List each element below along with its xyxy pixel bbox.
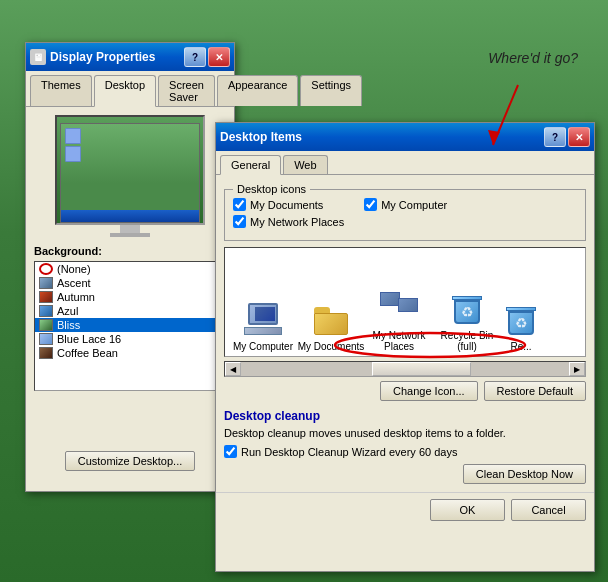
customize-btn-container: Customize Desktop... bbox=[34, 451, 226, 471]
desktop-icons-group-title: Desktop icons bbox=[233, 183, 310, 195]
checkbox-col-2: My Computer bbox=[364, 194, 447, 232]
monitor-preview bbox=[55, 115, 205, 225]
my-network-icon-img bbox=[379, 288, 419, 328]
my-computer-checkbox[interactable] bbox=[233, 215, 246, 228]
bg-item-autumn[interactable]: Autumn bbox=[35, 290, 225, 304]
bg-label-ascent: Ascent bbox=[57, 277, 91, 289]
icons-scrollbar[interactable]: ◀ ▶ bbox=[224, 361, 586, 377]
dialog-button-row: OK Cancel bbox=[216, 492, 594, 527]
bg-icon-ascent bbox=[39, 277, 53, 289]
preview-desktop-icons bbox=[65, 128, 81, 162]
preview-monitor-screen bbox=[60, 123, 200, 223]
cleanup-checkbox-row: Run Desktop Cleanup Wizard every 60 days bbox=[224, 445, 586, 458]
bg-item-bliss[interactable]: Bliss bbox=[35, 318, 225, 332]
my-computer-label: My Network Places bbox=[250, 216, 344, 228]
titlebar-buttons: ? ✕ bbox=[184, 47, 230, 67]
tab-general[interactable]: General bbox=[220, 155, 281, 175]
tab-web[interactable]: Web bbox=[283, 155, 327, 174]
tab-themes[interactable]: Themes bbox=[30, 75, 92, 106]
red-oval-annotation bbox=[330, 330, 530, 360]
customize-desktop-button[interactable]: Customize Desktop... bbox=[65, 451, 196, 471]
checkbox-my-computer: My Network Places bbox=[233, 215, 344, 228]
my-computer-icon-label: My Computer bbox=[233, 341, 293, 352]
bg-item-bluelace[interactable]: Blue Lace 16 bbox=[35, 332, 225, 346]
clean-desktop-now-button[interactable]: Clean Desktop Now bbox=[463, 464, 586, 484]
computer-monitor bbox=[248, 303, 278, 325]
tab-appearance[interactable]: Appearance bbox=[217, 75, 298, 106]
bg-label-azul: Azul bbox=[57, 305, 78, 317]
my-documents-label: My Documents bbox=[250, 199, 323, 211]
display-properties-icon: 🖥 bbox=[30, 49, 46, 65]
scrollbar-right-btn[interactable]: ▶ bbox=[569, 362, 585, 376]
desktop-cleanup-section: Desktop cleanup Desktop cleanup moves un… bbox=[224, 409, 586, 484]
desktop-items-close-button[interactable]: ✕ bbox=[568, 127, 590, 147]
close-button[interactable]: ✕ bbox=[208, 47, 230, 67]
icon-item-my-computer[interactable]: My Computer bbox=[229, 299, 297, 352]
svg-marker-1 bbox=[488, 130, 500, 145]
change-icon-button[interactable]: Change Icon... bbox=[380, 381, 478, 401]
restore-default-button[interactable]: Restore Default bbox=[484, 381, 586, 401]
icon-action-buttons: Change Icon... Restore Default bbox=[224, 381, 586, 401]
recycle-bin-icon-img: ♻ bbox=[447, 288, 487, 328]
cleanup-title: Desktop cleanup bbox=[224, 409, 586, 423]
tab-settings[interactable]: Settings bbox=[300, 75, 362, 106]
monitor-stand bbox=[120, 225, 140, 233]
bg-label-bluelace: Blue Lace 16 bbox=[57, 333, 121, 345]
tab-screensaver[interactable]: Screen Saver bbox=[158, 75, 215, 106]
scrollbar-track[interactable] bbox=[241, 362, 569, 376]
desktop-items-help-button[interactable]: ? bbox=[544, 127, 566, 147]
scrollbar-left-btn[interactable]: ◀ bbox=[225, 362, 241, 376]
bg-icon-azul bbox=[39, 305, 53, 317]
my-network-places-label: My Computer bbox=[381, 199, 447, 211]
my-network-places-checkbox[interactable] bbox=[364, 198, 377, 211]
bg-icon-bluelace bbox=[39, 333, 53, 345]
bg-label-bliss: Bliss bbox=[57, 319, 80, 331]
display-properties-window: 🖥 Display Properties ? ✕ Themes Desktop … bbox=[25, 42, 235, 492]
my-computer-icon bbox=[244, 303, 282, 335]
recycle-bin-icon: ♻ bbox=[448, 292, 486, 324]
preview-icon-1 bbox=[65, 128, 81, 144]
preview-taskbar bbox=[61, 210, 199, 222]
bg-label-coffeebean: Coffee Bean bbox=[57, 347, 118, 359]
display-props-tabs: Themes Desktop Screen Saver Appearance S… bbox=[26, 71, 234, 107]
bg-item-none[interactable]: (None) bbox=[35, 262, 225, 276]
network-comp2 bbox=[398, 298, 418, 312]
cleanup-wizard-checkbox[interactable] bbox=[224, 445, 237, 458]
bg-icon-autumn bbox=[39, 291, 53, 303]
annotation-text: Where'd it go? bbox=[488, 50, 578, 66]
display-props-body: Background: (None) Ascent Autumn Azul Bl… bbox=[26, 107, 234, 495]
monitor-preview-container bbox=[34, 115, 226, 237]
help-button[interactable]: ? bbox=[184, 47, 206, 67]
desktop-icons-group: Desktop icons My Documents My Network Pl… bbox=[224, 189, 586, 241]
bg-label-none: (None) bbox=[57, 263, 91, 275]
bg-item-ascent[interactable]: Ascent bbox=[35, 276, 225, 290]
bg-item-azul[interactable]: Azul bbox=[35, 304, 225, 318]
checkbox-col-1: My Documents My Network Places bbox=[233, 194, 344, 232]
display-properties-titlebar[interactable]: 🖥 Display Properties ? ✕ bbox=[26, 43, 234, 71]
cleanup-desc: Desktop cleanup moves unused desktop ite… bbox=[224, 427, 586, 439]
bg-icon-coffeebean bbox=[39, 347, 53, 359]
preview-icon-2 bbox=[65, 146, 81, 162]
computer-base bbox=[244, 327, 282, 335]
my-computer-icon-img bbox=[243, 299, 283, 339]
checkbox-columns: My Documents My Network Places My Comput… bbox=[233, 194, 577, 232]
display-properties-title: Display Properties bbox=[50, 50, 184, 64]
ok-button[interactable]: OK bbox=[430, 499, 505, 521]
recycle-symbol: ♻ bbox=[461, 304, 474, 320]
my-network-icon bbox=[380, 292, 418, 324]
bg-icon-none bbox=[39, 263, 53, 275]
my-documents-checkbox[interactable] bbox=[233, 198, 246, 211]
desktop-items-titlebar-buttons: ? ✕ bbox=[544, 127, 590, 147]
tab-desktop[interactable]: Desktop bbox=[94, 75, 156, 107]
computer-screen bbox=[255, 307, 275, 321]
clean-now-container: Clean Desktop Now bbox=[224, 464, 586, 484]
cancel-button[interactable]: Cancel bbox=[511, 499, 586, 521]
scrollbar-thumb[interactable] bbox=[372, 362, 470, 376]
cleanup-wizard-label: Run Desktop Cleanup Wizard every 60 days bbox=[241, 446, 457, 458]
background-list[interactable]: (None) Ascent Autumn Azul Bliss Blue Lac… bbox=[34, 261, 226, 391]
bg-item-coffeebean[interactable]: Coffee Bean bbox=[35, 346, 225, 360]
checkbox-my-network-places: My Computer bbox=[364, 198, 447, 211]
checkbox-my-documents: My Documents bbox=[233, 198, 344, 211]
recycle2-symbol: ♻ bbox=[515, 315, 528, 331]
recycle-body: ♻ bbox=[454, 300, 480, 324]
